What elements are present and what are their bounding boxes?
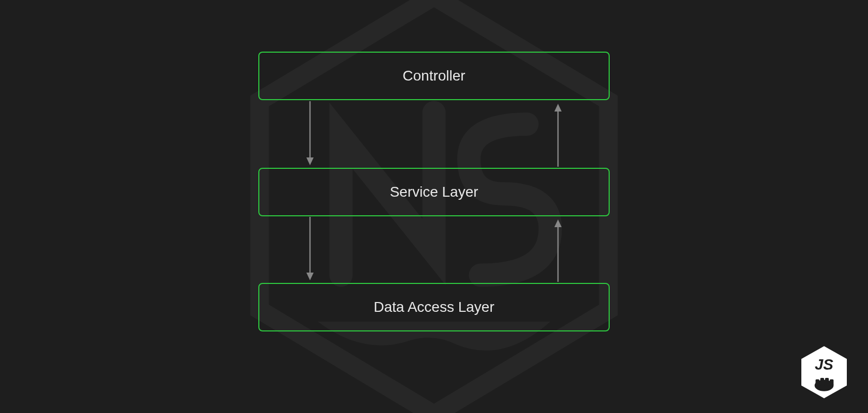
- arrowhead-down-icon: [306, 157, 314, 165]
- layer-service: Service Layer: [258, 168, 610, 216]
- arrowhead-up-icon: [554, 104, 562, 112]
- layer-data-access: Data Access Layer: [258, 283, 610, 331]
- nodejs-logo-icon: JS: [796, 344, 853, 401]
- layer-label-data-access: Data Access Layer: [374, 299, 494, 315]
- layer-label-service: Service Layer: [390, 184, 478, 200]
- svg-rect-5: [820, 378, 824, 386]
- svg-rect-6: [825, 378, 829, 386]
- svg-rect-4: [816, 379, 819, 386]
- layer-label-controller: Controller: [402, 68, 465, 84]
- logo-badge: JS: [796, 344, 853, 403]
- arrowhead-down-icon: [306, 273, 314, 280]
- diagram-container: Controller Service Layer Data Access Lay…: [0, 0, 868, 413]
- arrowhead-up-icon: [554, 219, 562, 227]
- svg-text:JS: JS: [815, 356, 833, 373]
- layer-controller: Controller: [258, 52, 610, 100]
- svg-rect-7: [830, 379, 833, 386]
